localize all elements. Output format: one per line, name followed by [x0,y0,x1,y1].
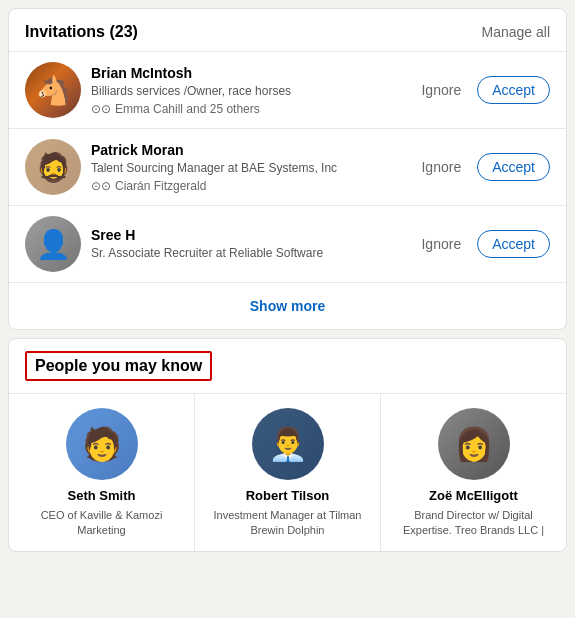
ignore-button-brian[interactable]: Ignore [415,78,467,102]
invitations-title: Invitations (23) [25,23,138,41]
invitation-info-sree: Sree H Sr. Associate Recruiter at Reliab… [81,226,415,262]
ignore-button-sree[interactable]: Ignore [415,232,467,256]
pymk-card: People you may know Seth Smith CEO of Ka… [8,338,567,552]
pymk-person-zoe[interactable]: Zoë McElligott Brand Director w/ Digital… [381,394,566,551]
show-more-link[interactable]: Show more [250,298,325,314]
invitation-name-patrick: Patrick Moran [91,141,405,159]
avatar-sree [25,216,81,272]
pymk-role-zoe: Brand Director w/ Digital Expertise. Tre… [389,508,558,539]
pymk-title: People you may know [25,351,212,381]
avatar-robert [252,408,324,480]
avatar-patrick [25,139,81,195]
pymk-person-robert[interactable]: Robert Tilson Investment Manager at Tilm… [195,394,381,551]
invitation-name-brian: Brian McIntosh [91,64,405,82]
avatar-zoe [438,408,510,480]
invitation-item-sree: Sree H Sr. Associate Recruiter at Reliab… [9,205,566,282]
pymk-name-zoe: Zoë McElligott [429,488,518,505]
invitations-title-text: Invitations [25,23,105,40]
connection-icon-patrick: ⊙⊙ [91,179,111,193]
invitation-actions-brian: Ignore Accept [415,76,550,104]
pymk-role-seth: CEO of Kaville & Kamozi Marketing [17,508,186,539]
pymk-role-robert: Investment Manager at Tilman Brewin Dolp… [203,508,372,539]
avatar-brian [25,62,81,118]
mutual-brian: ⊙⊙ Emma Cahill and 25 others [91,102,405,116]
manage-all-link[interactable]: Manage all [482,24,551,40]
invitation-info-patrick: Patrick Moran Talent Sourcing Manager at… [81,141,415,194]
pymk-person-seth[interactable]: Seth Smith CEO of Kaville & Kamozi Marke… [9,394,195,551]
invitation-info-brian: Brian McIntosh Billiards services /Owner… [81,64,415,117]
pymk-name-robert: Robert Tilson [246,488,330,505]
invitations-header: Invitations (23) Manage all [9,9,566,51]
pymk-header: People you may know [9,339,566,393]
show-more-section: Show more [9,282,566,329]
invitation-item-brian: Brian McIntosh Billiards services /Owner… [9,51,566,128]
accept-button-brian[interactable]: Accept [477,76,550,104]
invitation-item-patrick: Patrick Moran Talent Sourcing Manager at… [9,128,566,205]
invitation-role-sree: Sr. Associate Recruiter at Reliable Soft… [91,245,405,262]
avatar-seth [66,408,138,480]
invitations-count: (23) [109,23,137,40]
invitation-actions-patrick: Ignore Accept [415,153,550,181]
accept-button-patrick[interactable]: Accept [477,153,550,181]
connection-icon-brian: ⊙⊙ [91,102,111,116]
mutual-text-patrick: Ciarán Fitzgerald [115,179,206,193]
invitation-actions-sree: Ignore Accept [415,230,550,258]
invitation-role-patrick: Talent Sourcing Manager at BAE Systems, … [91,160,405,177]
pymk-grid: Seth Smith CEO of Kaville & Kamozi Marke… [9,393,566,551]
mutual-patrick: ⊙⊙ Ciarán Fitzgerald [91,179,405,193]
invitations-card: Invitations (23) Manage all Brian McInto… [8,8,567,330]
accept-button-sree[interactable]: Accept [477,230,550,258]
invitation-name-sree: Sree H [91,226,405,244]
mutual-text-brian: Emma Cahill and 25 others [115,102,260,116]
ignore-button-patrick[interactable]: Ignore [415,155,467,179]
invitation-role-brian: Billiards services /Owner, race horses [91,83,405,100]
pymk-name-seth: Seth Smith [68,488,136,505]
